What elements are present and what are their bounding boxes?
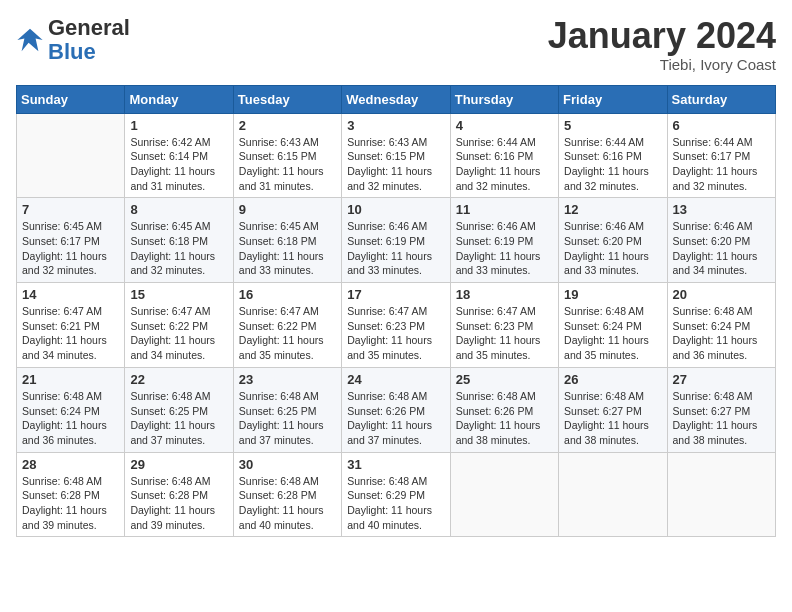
- day-info: Sunrise: 6:48 AMSunset: 6:25 PMDaylight:…: [130, 389, 227, 448]
- calendar-cell: 7Sunrise: 6:45 AMSunset: 6:17 PMDaylight…: [17, 198, 125, 283]
- day-number: 17: [347, 287, 444, 302]
- calendar-cell: 6Sunrise: 6:44 AMSunset: 6:17 PMDaylight…: [667, 113, 775, 198]
- day-info: Sunrise: 6:44 AMSunset: 6:16 PMDaylight:…: [564, 135, 661, 194]
- calendar-cell: 20Sunrise: 6:48 AMSunset: 6:24 PMDayligh…: [667, 283, 775, 368]
- calendar-cell: 8Sunrise: 6:45 AMSunset: 6:18 PMDaylight…: [125, 198, 233, 283]
- calendar-cell: 12Sunrise: 6:46 AMSunset: 6:20 PMDayligh…: [559, 198, 667, 283]
- logo-general: General: [48, 15, 130, 40]
- day-number: 10: [347, 202, 444, 217]
- day-info: Sunrise: 6:47 AMSunset: 6:23 PMDaylight:…: [456, 304, 553, 363]
- day-number: 8: [130, 202, 227, 217]
- day-info: Sunrise: 6:45 AMSunset: 6:18 PMDaylight:…: [239, 219, 336, 278]
- day-info: Sunrise: 6:48 AMSunset: 6:28 PMDaylight:…: [22, 474, 119, 533]
- calendar-cell: 13Sunrise: 6:46 AMSunset: 6:20 PMDayligh…: [667, 198, 775, 283]
- page-header: General Blue January 2024 Tiebi, Ivory C…: [16, 16, 776, 73]
- calendar-cell: 26Sunrise: 6:48 AMSunset: 6:27 PMDayligh…: [559, 367, 667, 452]
- calendar-cell: 2Sunrise: 6:43 AMSunset: 6:15 PMDaylight…: [233, 113, 341, 198]
- calendar-table: SundayMondayTuesdayWednesdayThursdayFrid…: [16, 85, 776, 538]
- weekday-header-row: SundayMondayTuesdayWednesdayThursdayFrid…: [17, 85, 776, 113]
- day-number: 24: [347, 372, 444, 387]
- day-number: 19: [564, 287, 661, 302]
- day-number: 16: [239, 287, 336, 302]
- day-number: 6: [673, 118, 770, 133]
- day-info: Sunrise: 6:46 AMSunset: 6:20 PMDaylight:…: [564, 219, 661, 278]
- day-info: Sunrise: 6:48 AMSunset: 6:26 PMDaylight:…: [347, 389, 444, 448]
- calendar-week-row: 1Sunrise: 6:42 AMSunset: 6:14 PMDaylight…: [17, 113, 776, 198]
- day-number: 23: [239, 372, 336, 387]
- svg-marker-0: [17, 29, 42, 51]
- day-info: Sunrise: 6:48 AMSunset: 6:27 PMDaylight:…: [673, 389, 770, 448]
- day-number: 27: [673, 372, 770, 387]
- day-info: Sunrise: 6:46 AMSunset: 6:19 PMDaylight:…: [347, 219, 444, 278]
- calendar-cell: 28Sunrise: 6:48 AMSunset: 6:28 PMDayligh…: [17, 452, 125, 537]
- calendar-cell: 11Sunrise: 6:46 AMSunset: 6:19 PMDayligh…: [450, 198, 558, 283]
- day-info: Sunrise: 6:48 AMSunset: 6:29 PMDaylight:…: [347, 474, 444, 533]
- logo-text: General Blue: [48, 16, 130, 64]
- day-number: 28: [22, 457, 119, 472]
- weekday-header: Thursday: [450, 85, 558, 113]
- weekday-header: Saturday: [667, 85, 775, 113]
- calendar-cell: 5Sunrise: 6:44 AMSunset: 6:16 PMDaylight…: [559, 113, 667, 198]
- weekday-header: Wednesday: [342, 85, 450, 113]
- day-number: 2: [239, 118, 336, 133]
- calendar-cell: [17, 113, 125, 198]
- calendar-week-row: 7Sunrise: 6:45 AMSunset: 6:17 PMDaylight…: [17, 198, 776, 283]
- day-number: 20: [673, 287, 770, 302]
- day-number: 21: [22, 372, 119, 387]
- calendar-cell: 22Sunrise: 6:48 AMSunset: 6:25 PMDayligh…: [125, 367, 233, 452]
- day-number: 30: [239, 457, 336, 472]
- calendar-week-row: 28Sunrise: 6:48 AMSunset: 6:28 PMDayligh…: [17, 452, 776, 537]
- day-number: 29: [130, 457, 227, 472]
- weekday-header: Friday: [559, 85, 667, 113]
- day-number: 25: [456, 372, 553, 387]
- calendar-week-row: 21Sunrise: 6:48 AMSunset: 6:24 PMDayligh…: [17, 367, 776, 452]
- calendar-cell: 10Sunrise: 6:46 AMSunset: 6:19 PMDayligh…: [342, 198, 450, 283]
- logo-bird-icon: [16, 26, 44, 54]
- day-number: 13: [673, 202, 770, 217]
- day-info: Sunrise: 6:48 AMSunset: 6:27 PMDaylight:…: [564, 389, 661, 448]
- calendar-cell: 9Sunrise: 6:45 AMSunset: 6:18 PMDaylight…: [233, 198, 341, 283]
- day-info: Sunrise: 6:48 AMSunset: 6:24 PMDaylight:…: [564, 304, 661, 363]
- calendar-cell: 4Sunrise: 6:44 AMSunset: 6:16 PMDaylight…: [450, 113, 558, 198]
- day-info: Sunrise: 6:44 AMSunset: 6:17 PMDaylight:…: [673, 135, 770, 194]
- title-block: January 2024 Tiebi, Ivory Coast: [548, 16, 776, 73]
- weekday-header: Monday: [125, 85, 233, 113]
- logo-blue: Blue: [48, 39, 96, 64]
- day-info: Sunrise: 6:47 AMSunset: 6:21 PMDaylight:…: [22, 304, 119, 363]
- weekday-header: Sunday: [17, 85, 125, 113]
- calendar-cell: 23Sunrise: 6:48 AMSunset: 6:25 PMDayligh…: [233, 367, 341, 452]
- day-info: Sunrise: 6:42 AMSunset: 6:14 PMDaylight:…: [130, 135, 227, 194]
- day-number: 12: [564, 202, 661, 217]
- calendar-cell: 1Sunrise: 6:42 AMSunset: 6:14 PMDaylight…: [125, 113, 233, 198]
- calendar-cell: 21Sunrise: 6:48 AMSunset: 6:24 PMDayligh…: [17, 367, 125, 452]
- day-info: Sunrise: 6:47 AMSunset: 6:22 PMDaylight:…: [239, 304, 336, 363]
- day-info: Sunrise: 6:45 AMSunset: 6:18 PMDaylight:…: [130, 219, 227, 278]
- location-subtitle: Tiebi, Ivory Coast: [548, 56, 776, 73]
- day-number: 9: [239, 202, 336, 217]
- day-info: Sunrise: 6:48 AMSunset: 6:25 PMDaylight:…: [239, 389, 336, 448]
- day-number: 11: [456, 202, 553, 217]
- day-info: Sunrise: 6:44 AMSunset: 6:16 PMDaylight:…: [456, 135, 553, 194]
- day-number: 7: [22, 202, 119, 217]
- calendar-cell: 18Sunrise: 6:47 AMSunset: 6:23 PMDayligh…: [450, 283, 558, 368]
- day-info: Sunrise: 6:47 AMSunset: 6:22 PMDaylight:…: [130, 304, 227, 363]
- calendar-cell: 14Sunrise: 6:47 AMSunset: 6:21 PMDayligh…: [17, 283, 125, 368]
- calendar-cell: 27Sunrise: 6:48 AMSunset: 6:27 PMDayligh…: [667, 367, 775, 452]
- day-info: Sunrise: 6:43 AMSunset: 6:15 PMDaylight:…: [239, 135, 336, 194]
- calendar-cell: 15Sunrise: 6:47 AMSunset: 6:22 PMDayligh…: [125, 283, 233, 368]
- calendar-cell: [667, 452, 775, 537]
- day-info: Sunrise: 6:43 AMSunset: 6:15 PMDaylight:…: [347, 135, 444, 194]
- day-number: 5: [564, 118, 661, 133]
- calendar-cell: 29Sunrise: 6:48 AMSunset: 6:28 PMDayligh…: [125, 452, 233, 537]
- day-number: 18: [456, 287, 553, 302]
- day-info: Sunrise: 6:45 AMSunset: 6:17 PMDaylight:…: [22, 219, 119, 278]
- calendar-cell: 31Sunrise: 6:48 AMSunset: 6:29 PMDayligh…: [342, 452, 450, 537]
- day-info: Sunrise: 6:48 AMSunset: 6:24 PMDaylight:…: [673, 304, 770, 363]
- logo: General Blue: [16, 16, 130, 64]
- calendar-week-row: 14Sunrise: 6:47 AMSunset: 6:21 PMDayligh…: [17, 283, 776, 368]
- calendar-cell: 16Sunrise: 6:47 AMSunset: 6:22 PMDayligh…: [233, 283, 341, 368]
- day-info: Sunrise: 6:47 AMSunset: 6:23 PMDaylight:…: [347, 304, 444, 363]
- calendar-cell: 24Sunrise: 6:48 AMSunset: 6:26 PMDayligh…: [342, 367, 450, 452]
- calendar-cell: 3Sunrise: 6:43 AMSunset: 6:15 PMDaylight…: [342, 113, 450, 198]
- calendar-cell: [450, 452, 558, 537]
